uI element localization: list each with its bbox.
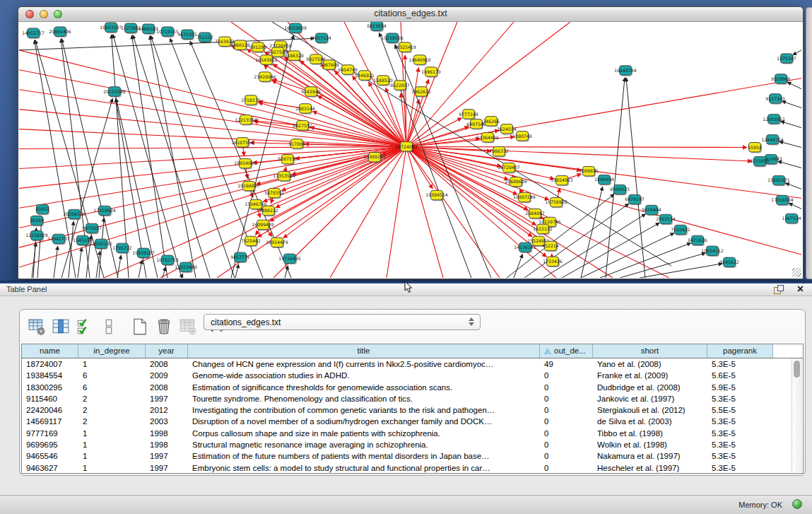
table-settings-icon[interactable] <box>27 317 46 337</box>
graph-node[interactable]: 6466163 <box>139 24 158 35</box>
graph-edge[interactable] <box>406 22 570 147</box>
graph-edge[interactable] <box>782 101 801 108</box>
graph-edge[interactable] <box>779 141 801 147</box>
graph-node[interactable]: 1167534 <box>782 214 801 224</box>
graph-node[interactable]: 917004 <box>288 139 305 150</box>
graph-node[interactable]: 18640910 <box>408 55 431 66</box>
graph-edge[interactable] <box>330 147 406 278</box>
graph-node[interactable]: 9975857 <box>82 223 102 234</box>
graph-edge[interactable] <box>387 147 406 278</box>
scrollbar-thumb[interactable] <box>794 361 800 378</box>
graph-edge[interactable] <box>781 122 801 128</box>
graph-edge[interactable] <box>150 36 196 278</box>
table-row[interactable]: 1938455462009Genome-wide association stu… <box>22 370 803 381</box>
graph-node[interactable]: 10654112 <box>701 246 724 257</box>
graph-node[interactable]: 7857224 <box>312 33 331 44</box>
delete-table-icon[interactable] <box>154 317 173 337</box>
graph-node[interactable]: 9699695 <box>579 166 599 177</box>
graph-node[interactable]: 1733426 <box>543 257 563 267</box>
graph-node[interactable]: 39193 <box>30 216 44 226</box>
graph-node[interactable]: 2967608 <box>319 60 339 71</box>
new-table-icon[interactable] <box>130 317 149 337</box>
graph-edge[interactable] <box>78 247 82 278</box>
table-row[interactable]: 2242004622012Investigating the contribut… <box>22 404 803 416</box>
graph-edge[interactable] <box>406 147 801 255</box>
graph-node[interactable]: 9498222 <box>259 206 278 216</box>
graph-edge[interactable] <box>787 82 801 89</box>
graph-node[interactable]: 9457771 <box>230 252 250 263</box>
graph-edge[interactable] <box>312 112 406 147</box>
table-row[interactable]: 977716911998Corpus callosum shape and si… <box>22 428 803 439</box>
column-header-in_degree[interactable]: in_degree <box>78 344 146 358</box>
graph-node[interactable]: 19166827 <box>237 181 260 192</box>
graph-node[interactable]: 8471626 <box>688 235 707 246</box>
graph-edge[interactable] <box>19 147 406 169</box>
network-graph[interactable]: 1872400718300295193845549777169649756874… <box>19 22 801 278</box>
graph-node[interactable]: 2718176 <box>241 95 261 106</box>
graph-node[interactable]: 1640954 <box>594 175 614 185</box>
graph-node[interactable]: 8960128 <box>230 40 250 51</box>
graph-node[interactable]: 10688609 <box>505 177 527 187</box>
graph-node[interactable]: 12093852 <box>763 115 785 125</box>
graph-node[interactable]: 16543812 <box>255 55 278 66</box>
collapsed-panel-edge[interactable] <box>806 7 812 279</box>
graph-edge[interactable] <box>793 50 801 55</box>
graph-node[interactable]: 751552 <box>196 33 213 43</box>
select-columns-icon[interactable] <box>75 317 94 337</box>
graph-edge[interactable] <box>54 246 58 278</box>
column-header-out_de[interactable]: out_de... <box>540 344 593 358</box>
graph-node[interactable]: 7632621 <box>671 225 690 235</box>
graph-node[interactable]: 9671355 <box>177 30 197 40</box>
graph-node[interactable]: 20891406 <box>49 27 71 37</box>
graph-node[interactable]: 2684067 <box>525 209 545 219</box>
table-row[interactable]: 946362711997Embryonic stem cells: a mode… <box>22 462 803 474</box>
graph-edge[interactable] <box>785 183 801 189</box>
graph-node[interactable]: 1527002 <box>121 23 141 34</box>
graph-edge[interactable] <box>581 233 674 278</box>
graph-edge[interactable] <box>406 147 747 148</box>
graph-node[interactable]: 19654935 <box>234 158 257 169</box>
graph-node[interactable]: 2803144 <box>295 104 315 115</box>
graph-edge[interactable] <box>562 223 659 278</box>
graph-node[interactable]: 8813054 <box>367 22 387 32</box>
graph-edge[interactable] <box>61 98 112 278</box>
graph-node[interactable]: 7986372 <box>489 147 509 158</box>
graph-node[interactable]: 8522057 <box>390 81 410 91</box>
graph-node[interactable]: 16648784 <box>614 66 637 76</box>
graph-node[interactable]: 891293 <box>249 42 266 53</box>
graph-node[interactable]: 17359924 <box>93 206 116 216</box>
graph-node[interactable]: 17016504 <box>771 195 794 206</box>
column-header-short[interactable]: short <box>593 344 707 358</box>
table-row[interactable]: 969969511998Structural magnetic resonanc… <box>22 439 803 450</box>
column-header-year[interactable]: year <box>146 344 188 358</box>
graph-edge[interactable] <box>117 255 121 278</box>
graph-node[interactable]: 20206556 <box>63 209 86 220</box>
graph-node[interactable]: 1795722 <box>112 243 132 254</box>
graph-node[interactable]: 1080748 <box>512 132 532 142</box>
graph-node[interactable]: 15692971 <box>767 175 790 186</box>
network-view-window[interactable]: citations_edges.txt 18724007183002951938… <box>18 6 804 279</box>
graph-node[interactable]: 21364436 <box>476 133 499 144</box>
graph-edge[interactable] <box>112 35 129 278</box>
graph-node[interactable]: 8267150 <box>278 154 298 165</box>
window-resize-grip[interactable] <box>792 268 801 277</box>
graph-node[interactable]: 12942737 <box>47 234 70 245</box>
graph-node[interactable]: 10653287 <box>100 23 122 33</box>
table-row[interactable]: 1456911722003Disruption of a novel membe… <box>22 416 803 427</box>
graph-node[interactable]: 8427552 <box>293 121 312 132</box>
graph-node[interactable]: 16033809 <box>284 23 307 34</box>
graph-node[interactable]: 9146821 <box>355 71 375 81</box>
graph-node[interactable]: 12923448 <box>175 262 197 273</box>
graph-node[interactable]: 85051 <box>35 204 49 215</box>
table-row[interactable]: 946554611997Estimation of the future num… <box>22 450 803 462</box>
graph-node[interactable]: 8938923 <box>610 185 630 195</box>
row-height-icon[interactable] <box>99 317 118 337</box>
column-header-pagerank[interactable]: pagerank <box>707 344 773 358</box>
graph-node[interactable]: 15716485 <box>278 254 301 264</box>
graph-node[interactable]: 9242848 <box>301 87 321 98</box>
graph-node[interactable]: 19218506 <box>381 33 404 44</box>
graph-node[interactable]: 8215955 <box>750 156 770 167</box>
graph-edge[interactable] <box>235 264 239 278</box>
graph-node[interactable]: 14136141 <box>514 243 536 253</box>
graph-node[interactable]: 6479197 <box>625 194 645 205</box>
